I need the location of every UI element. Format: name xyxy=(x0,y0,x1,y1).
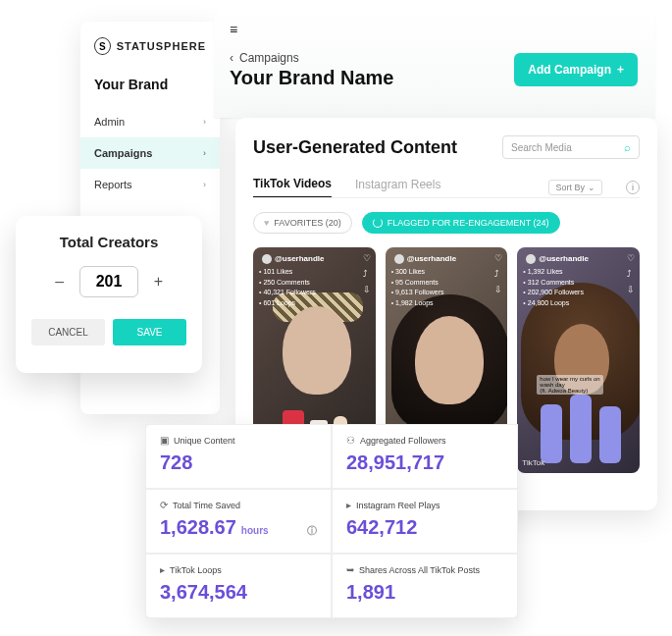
chevron-down-icon: ⌄ xyxy=(588,183,595,192)
quantity-stepper: – 201 + xyxy=(31,266,186,297)
media-card[interactable]: @userhandle 1,392 Likes 312 Comments 202… xyxy=(517,247,640,473)
logo-text: STATUSPHERE xyxy=(117,40,206,52)
sidebar-item-label: Campaigns xyxy=(94,147,152,159)
avatar-icon xyxy=(526,254,536,264)
plus-icon: + xyxy=(617,63,624,77)
share-icon[interactable]: ⤴ xyxy=(363,269,371,279)
sidebar-brand-title: Your Brand xyxy=(80,69,220,106)
clock-icon: ⟳ xyxy=(160,500,168,510)
card-overlay: @userhandle 101 Likes 250 Comments 40,32… xyxy=(259,253,324,308)
sidebar-item-label: Admin xyxy=(94,116,125,128)
avatar-icon xyxy=(262,254,272,264)
download-icon[interactable]: ⇩ xyxy=(627,285,635,294)
tab-instagram-reels[interactable]: Instagram Reels xyxy=(355,178,440,197)
stat-shares: ➥Shares Across All TikTok Posts 1,891 xyxy=(332,554,518,618)
search-icon: ⌕ xyxy=(624,141,631,153)
share-icon[interactable]: ⤴ xyxy=(627,269,635,279)
total-creators-modal: Total Creators – 201 + CANCEL SAVE xyxy=(16,216,202,373)
chevron-right-icon: › xyxy=(203,117,206,127)
save-button[interactable]: SAVE xyxy=(113,319,186,345)
search-input[interactable]: Search Media ⌕ xyxy=(502,135,640,159)
logo-icon: S xyxy=(94,37,111,55)
play-icon: ▸ xyxy=(346,500,351,510)
sidebar-item-campaigns[interactable]: Campaigns › xyxy=(80,137,220,169)
add-campaign-label: Add Campaign xyxy=(528,63,611,77)
play-icon: ▸ xyxy=(160,564,165,575)
stat-unique-content: ▣Unique Content 728 xyxy=(145,424,332,489)
card-overlay: @userhandle 300 Likes 95 Comments 9,613 … xyxy=(391,253,456,308)
page-header: ≡ ‹ Campaigns Your Brand Name Add Campai… xyxy=(214,12,655,118)
sidebar-item-reports[interactable]: Reports › xyxy=(80,169,220,200)
sidebar-item-label: Reports xyxy=(94,179,132,190)
sort-label: Sort By xyxy=(555,183,585,192)
chevron-right-icon: › xyxy=(203,180,206,189)
share-icon: ➥ xyxy=(346,564,354,575)
info-icon[interactable]: i xyxy=(626,181,640,194)
stat-tiktok-loops: ▸TikTok Loops 3,674,564 xyxy=(145,554,332,618)
heart-icon[interactable]: ♡ xyxy=(363,253,371,263)
video-caption: how I wear my curls on wash day (ft. Adw… xyxy=(537,375,602,395)
heart-icon[interactable]: ♡ xyxy=(494,253,502,263)
stepper-value[interactable]: 201 xyxy=(79,266,139,297)
back-icon[interactable]: ‹ xyxy=(230,51,233,65)
sidebar-item-admin[interactable]: Admin › xyxy=(80,106,220,137)
search-placeholder: Search Media xyxy=(511,142,572,153)
refresh-icon xyxy=(373,218,383,228)
download-icon[interactable]: ⇩ xyxy=(494,285,502,294)
breadcrumb-label: Campaigns xyxy=(239,51,299,65)
heart-icon: ♥ xyxy=(264,218,269,228)
people-icon: ⚇ xyxy=(346,435,355,446)
download-icon[interactable]: ⇩ xyxy=(363,285,371,294)
avatar-icon xyxy=(394,254,404,264)
stat-total-time-saved: ⟳Total Time Saved 1,628.67hoursⓘ xyxy=(145,489,332,554)
grid-icon: ▣ xyxy=(160,435,169,446)
decrement-button[interactable]: – xyxy=(52,273,68,291)
card-actions: ♡ ⤴ ⇩ xyxy=(494,253,502,294)
chip-flagged[interactable]: FLAGGED FOR RE-ENGAGEMENT (24) xyxy=(362,212,560,234)
menu-icon[interactable]: ≡ xyxy=(230,22,640,37)
stat-instagram-reel-plays: ▸Instagram Reel Plays 642,712 xyxy=(332,489,518,554)
card-overlay: @userhandle 1,392 Likes 312 Comments 202… xyxy=(523,253,588,308)
chip-label: FAVORITES (20) xyxy=(274,218,340,228)
card-actions: ♡ ⤴ ⇩ xyxy=(627,253,635,294)
panel-title: User-Generated Content xyxy=(253,137,457,158)
modal-title: Total Creators xyxy=(31,234,186,250)
chevron-right-icon: › xyxy=(203,148,206,158)
platform-badge: TikTok xyxy=(522,458,544,467)
card-actions: ♡ ⤴ ⇩ xyxy=(363,253,371,294)
cancel-button[interactable]: CANCEL xyxy=(31,319,105,345)
logo: S STATUSPHERE xyxy=(80,37,220,69)
chip-favorites[interactable]: ♥ FAVORITES (20) xyxy=(253,212,352,234)
heart-icon[interactable]: ♡ xyxy=(627,253,635,263)
chip-label: FLAGGED FOR RE-ENGAGEMENT (24) xyxy=(388,218,549,228)
tab-tiktok-videos[interactable]: TikTok Videos xyxy=(253,177,332,198)
sort-dropdown[interactable]: Sort By ⌄ xyxy=(548,180,602,195)
add-campaign-button[interactable]: Add Campaign + xyxy=(514,53,638,86)
info-icon[interactable]: ⓘ xyxy=(307,524,317,538)
increment-button[interactable]: + xyxy=(150,273,166,291)
share-icon[interactable]: ⤴ xyxy=(494,269,502,279)
stats-panel: ▣Unique Content 728 ⚇Aggregated Follower… xyxy=(145,424,518,618)
stat-aggregated-followers: ⚇Aggregated Followers 28,951,717 xyxy=(332,424,518,489)
